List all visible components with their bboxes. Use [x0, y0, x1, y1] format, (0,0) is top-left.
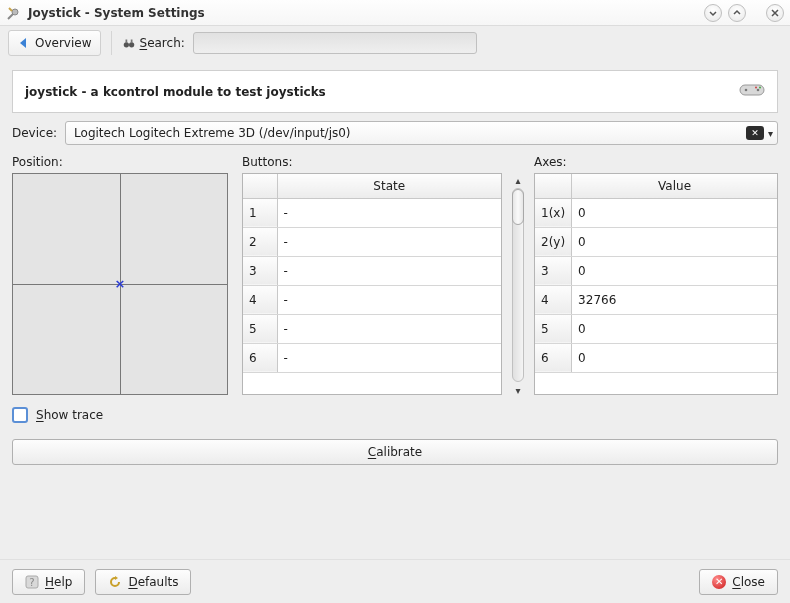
table-row: 5- — [243, 314, 501, 343]
gamepad-icon — [739, 81, 765, 102]
table-row: 60 — [535, 343, 777, 372]
svg-rect-3 — [125, 40, 127, 44]
overview-label: Overview — [35, 36, 92, 50]
scroll-up-icon[interactable]: ▴ — [515, 174, 520, 186]
close-window-button[interactable] — [766, 4, 784, 22]
help-label: Help — [45, 575, 72, 589]
svg-point-8 — [755, 87, 757, 89]
device-label: Device: — [12, 126, 57, 140]
button-row-state: - — [277, 314, 501, 343]
table-row: 4- — [243, 285, 501, 314]
buttons-table-wrap: State 1-2-3-4-5-6- — [242, 173, 502, 395]
show-trace-label[interactable]: Show trace — [36, 408, 103, 422]
overview-button[interactable]: Overview — [8, 30, 101, 56]
scrollbar-track[interactable] — [512, 188, 524, 382]
axes-table-wrap: Value 1(x)02(y)0304327665060 — [534, 173, 778, 395]
position-section: Position: × Show trace — [12, 155, 232, 423]
axes-section: Axes: Value 1(x)02(y)0304327665060 — [534, 155, 778, 423]
table-row: 30 — [535, 256, 777, 285]
button-row-index: 2 — [243, 227, 277, 256]
show-trace-row: Show trace — [12, 407, 232, 423]
button-row-index: 5 — [243, 314, 277, 343]
button-row-state: - — [277, 227, 501, 256]
toolbar: Overview Search: — [0, 26, 790, 60]
defaults-label: Defaults — [128, 575, 178, 589]
table-row: 2(y)0 — [535, 227, 777, 256]
device-row: Device: Logitech Logitech Extreme 3D (/d… — [12, 121, 778, 145]
table-row: 50 — [535, 314, 777, 343]
axes-header-corner — [535, 174, 572, 198]
axis-row-value: 32766 — [572, 285, 777, 314]
table-row: 1- — [243, 198, 501, 227]
axis-row-value: 0 — [572, 198, 777, 227]
module-description: joystick - a kcontrol module to test joy… — [25, 85, 326, 99]
minimize-button[interactable] — [704, 4, 722, 22]
clear-icon[interactable]: ✕ — [746, 126, 764, 140]
button-row-index: 3 — [243, 256, 277, 285]
window-title: Joystick - System Settings — [28, 6, 698, 20]
position-canvas: × — [12, 173, 228, 395]
vertical-scrollbar[interactable]: ▴ ▾ — [512, 174, 524, 396]
svg-point-0 — [12, 9, 18, 15]
help-button[interactable]: ? Help — [12, 569, 85, 595]
axis-row-index: 6 — [535, 343, 572, 372]
toolbar-separator — [111, 31, 112, 55]
axis-row-value: 0 — [572, 314, 777, 343]
table-row: 3- — [243, 256, 501, 285]
dialog-footer: ? Help Defaults ✕ Close — [0, 559, 790, 603]
close-label: Close — [732, 575, 765, 589]
binoculars-icon — [122, 36, 136, 50]
scroll-down-icon[interactable]: ▾ — [515, 384, 520, 396]
defaults-button[interactable]: Defaults — [95, 569, 191, 595]
table-row: 432766 — [535, 285, 777, 314]
search-input[interactable] — [193, 32, 477, 54]
button-row-state: - — [277, 198, 501, 227]
svg-point-7 — [757, 89, 760, 92]
axis-row-value: 0 — [572, 227, 777, 256]
buttons-label: Buttons: — [242, 155, 502, 169]
calibrate-button[interactable]: Calibrate — [12, 439, 778, 465]
device-value: Logitech Logitech Extreme 3D (/dev/input… — [74, 126, 350, 140]
help-icon: ? — [25, 575, 39, 589]
table-row: 6- — [243, 343, 501, 372]
buttons-section: Buttons: State 1-2-3-4-5-6- — [242, 155, 502, 423]
button-row-index: 1 — [243, 198, 277, 227]
maximize-button[interactable] — [728, 4, 746, 22]
buttons-header-corner — [243, 174, 277, 198]
axis-row-index: 3 — [535, 256, 572, 285]
back-arrow-icon — [17, 36, 31, 50]
table-row: 1(x)0 — [535, 198, 777, 227]
button-row-index: 4 — [243, 285, 277, 314]
button-row-state: - — [277, 256, 501, 285]
axes-table: Value 1(x)02(y)0304327665060 — [535, 174, 777, 373]
position-marker: × — [115, 276, 126, 291]
svg-point-6 — [745, 89, 748, 92]
close-button[interactable]: ✕ Close — [699, 569, 778, 595]
module-header: joystick - a kcontrol module to test joy… — [12, 70, 778, 113]
axes-label: Axes: — [534, 155, 778, 169]
position-label: Position: — [12, 155, 232, 169]
button-row-index: 6 — [243, 343, 277, 372]
calibrate-label: Calibrate — [368, 445, 422, 459]
svg-rect-4 — [130, 40, 132, 44]
axes-header-value: Value — [572, 174, 777, 198]
scrollbar-thumb[interactable] — [512, 189, 524, 225]
window-titlebar: Joystick - System Settings — [0, 0, 790, 26]
wrench-screwdriver-icon — [6, 5, 22, 21]
svg-point-9 — [759, 87, 761, 89]
svg-rect-5 — [740, 85, 764, 95]
search-label: Search: — [140, 36, 185, 50]
button-row-state: - — [277, 285, 501, 314]
table-row: 2- — [243, 227, 501, 256]
axis-row-index: 5 — [535, 314, 572, 343]
reset-icon — [108, 575, 122, 589]
axis-row-index: 1(x) — [535, 198, 572, 227]
buttons-table: State 1-2-3-4-5-6- — [243, 174, 501, 373]
search-label-wrap: Search: — [122, 36, 185, 50]
svg-text:?: ? — [29, 577, 34, 588]
axis-row-index: 2(y) — [535, 227, 572, 256]
button-row-state: - — [277, 343, 501, 372]
device-combobox[interactable]: Logitech Logitech Extreme 3D (/dev/input… — [65, 121, 778, 145]
show-trace-checkbox[interactable] — [12, 407, 28, 423]
buttons-header-state: State — [277, 174, 501, 198]
